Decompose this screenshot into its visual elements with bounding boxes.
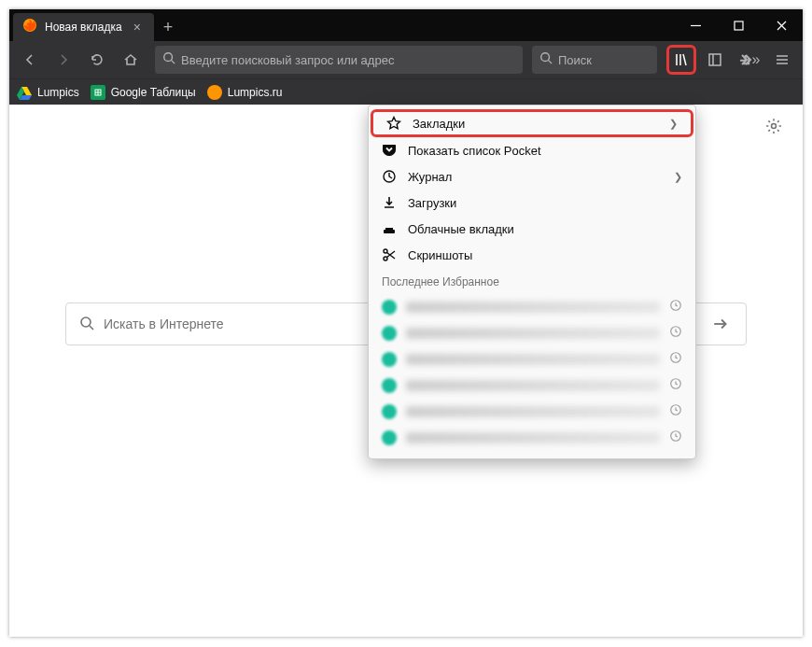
favicon xyxy=(382,326,397,341)
menu-item-history[interactable]: Журнал ❯ xyxy=(369,163,695,190)
new-tab-button[interactable]: + xyxy=(154,13,182,41)
menu-item-label: Загрузки xyxy=(408,196,456,210)
history-icon xyxy=(382,169,397,184)
search-icon xyxy=(79,316,94,333)
forward-button[interactable] xyxy=(49,45,78,75)
recent-item[interactable] xyxy=(369,346,695,373)
recent-item[interactable] xyxy=(369,399,695,425)
download-icon xyxy=(382,195,397,210)
star-icon xyxy=(386,116,401,131)
newtab-search-go-button[interactable] xyxy=(693,303,746,345)
recent-item[interactable] xyxy=(369,425,695,451)
menu-item-label: Журнал xyxy=(408,170,452,184)
recent-highlights-list xyxy=(369,294,695,451)
svg-rect-29 xyxy=(384,230,395,233)
menu-item-label: Облачные вкладки xyxy=(408,222,514,236)
search-placeholder: Поиск xyxy=(558,53,592,67)
customize-gear-icon[interactable] xyxy=(765,118,782,138)
recent-item-title xyxy=(406,354,660,365)
bookmark-label: Google Таблицы xyxy=(111,86,196,99)
favicon xyxy=(382,430,397,445)
pocket-icon xyxy=(382,143,397,158)
recent-item-title xyxy=(406,406,660,417)
recent-item-title xyxy=(406,328,660,339)
menu-item-label: Закладки xyxy=(413,117,465,131)
history-icon xyxy=(669,377,682,394)
history-icon xyxy=(669,325,682,342)
address-bar[interactable]: Введите поисковый запрос или адрес xyxy=(155,46,523,74)
window-maximize-button[interactable] xyxy=(717,9,760,41)
chevron-right-icon: ❯ xyxy=(674,171,682,183)
gdrive-icon xyxy=(17,85,32,100)
library-button[interactable] xyxy=(666,45,696,75)
search-icon xyxy=(539,51,553,68)
svg-rect-2 xyxy=(735,21,743,30)
history-icon xyxy=(669,403,682,420)
recent-item-title xyxy=(406,432,660,443)
svg-point-24 xyxy=(772,124,777,129)
menu-item-pocket[interactable]: Показать список Pocket xyxy=(369,137,695,163)
menu-item-label: Скриншоты xyxy=(408,248,472,262)
gsheets-icon xyxy=(91,85,105,100)
scissors-icon xyxy=(382,247,397,262)
tab-close-icon[interactable]: × xyxy=(130,18,145,36)
address-placeholder: Введите поисковый запрос или адрес xyxy=(181,53,394,67)
bookmark-item[interactable]: Lumpics xyxy=(17,85,79,100)
search-bar[interactable]: Поиск xyxy=(532,46,657,74)
svg-point-5 xyxy=(164,53,173,62)
window-close-button[interactable] xyxy=(760,9,803,41)
svg-point-31 xyxy=(384,257,387,260)
bookmarks-toolbar: Lumpics Google Таблицы Lumpics.ru xyxy=(9,78,803,105)
sidebar-button[interactable] xyxy=(700,45,730,75)
favicon xyxy=(382,300,397,315)
menu-item-synced-tabs[interactable]: Облачные вкладки xyxy=(369,216,695,242)
cloud-tabs-icon xyxy=(382,221,397,236)
svg-rect-12 xyxy=(709,54,721,65)
menu-item-downloads[interactable]: Загрузки xyxy=(369,190,695,216)
favicon xyxy=(382,404,397,419)
toolbar: Введите поисковый запрос или адрес Поиск… xyxy=(9,41,803,78)
firefox-icon xyxy=(22,18,37,36)
svg-point-25 xyxy=(81,317,91,327)
lumpics-icon xyxy=(207,85,222,100)
svg-point-30 xyxy=(384,249,387,253)
menu-item-screenshots[interactable]: Скриншоты xyxy=(369,242,695,268)
svg-point-7 xyxy=(541,53,550,62)
window-minimize-button[interactable] xyxy=(674,9,717,41)
menu-item-bookmarks[interactable]: Закладки ❯ xyxy=(371,109,693,137)
svg-line-6 xyxy=(172,61,175,64)
back-button[interactable] xyxy=(15,45,45,75)
tab-newtab[interactable]: Новая вкладка × xyxy=(13,13,154,41)
home-button[interactable] xyxy=(116,45,146,75)
browser-window: Новая вкладка × + xyxy=(9,9,803,637)
bookmark-item[interactable]: Lumpics.ru xyxy=(207,85,283,100)
history-icon xyxy=(669,351,682,368)
favicon xyxy=(382,352,397,367)
recent-item-title xyxy=(406,380,660,391)
svg-line-26 xyxy=(90,326,93,330)
svg-line-8 xyxy=(549,61,553,64)
recent-item[interactable] xyxy=(369,294,695,320)
history-icon xyxy=(669,299,682,316)
search-icon xyxy=(162,51,175,68)
recent-highlights-header: Последнее Избранное xyxy=(369,268,695,294)
overflow-button[interactable]: » xyxy=(734,45,763,75)
chevron-right-icon: ❯ xyxy=(669,118,678,130)
bookmark-label: Lumpics xyxy=(37,86,79,99)
reload-button[interactable] xyxy=(82,45,112,75)
tab-title: Новая вкладка xyxy=(45,21,122,34)
svg-line-11 xyxy=(683,54,686,65)
newtab-search-placeholder: Искать в Интернете xyxy=(104,316,224,331)
history-icon xyxy=(669,429,682,446)
recent-item[interactable] xyxy=(369,320,695,346)
titlebar: Новая вкладка × + xyxy=(9,9,803,41)
bookmark-item[interactable]: Google Таблицы xyxy=(91,85,196,100)
bookmark-label: Lumpics.ru xyxy=(228,86,283,99)
favicon xyxy=(382,378,397,393)
menu-button[interactable] xyxy=(767,45,797,75)
library-menu: Закладки ❯ Показать список Pocket Журнал… xyxy=(368,105,696,459)
recent-item[interactable] xyxy=(369,373,695,399)
recent-item-title xyxy=(406,302,660,313)
menu-item-label: Показать список Pocket xyxy=(408,144,541,158)
